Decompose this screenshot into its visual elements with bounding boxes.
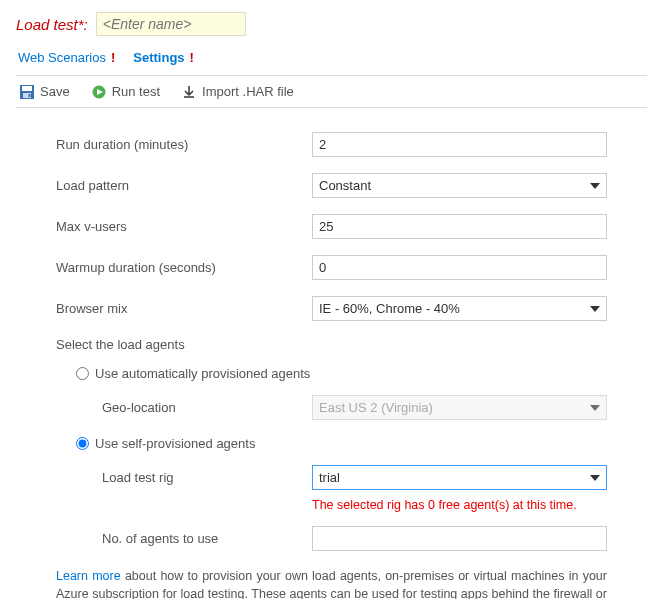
row-load-test-rig: Load test rig trial	[102, 465, 607, 490]
label-num-agents: No. of agents to use	[102, 531, 312, 546]
max-vusers-input[interactable]	[312, 214, 607, 239]
save-button[interactable]: Save	[20, 84, 70, 99]
tab-label: Web Scenarios	[18, 50, 106, 65]
svg-rect-1	[22, 86, 32, 91]
import-label: Import .HAR file	[202, 84, 294, 99]
geo-location-select: East US 2 (Virginia)	[312, 395, 607, 420]
row-run-duration: Run duration (minutes)	[56, 132, 607, 157]
label-run-duration: Run duration (minutes)	[56, 137, 312, 152]
label-warmup: Warmup duration (seconds)	[56, 260, 312, 275]
run-duration-input[interactable]	[312, 132, 607, 157]
tabs: Web Scenarios ! Settings !	[16, 50, 647, 65]
tab-web-scenarios[interactable]: Web Scenarios !	[18, 50, 115, 65]
row-warmup: Warmup duration (seconds)	[56, 255, 607, 280]
tab-settings[interactable]: Settings !	[133, 50, 194, 65]
footer-body: about how to provision your own load age…	[56, 569, 607, 599]
run-label: Run test	[112, 84, 160, 99]
settings-form: Run duration (minutes) Load pattern Cons…	[16, 132, 647, 599]
save-label: Save	[40, 84, 70, 99]
load-test-rig-select[interactable]: trial	[312, 465, 607, 490]
browser-mix-select[interactable]: IE - 60%, Chrome - 40%	[312, 296, 607, 321]
learn-more-link[interactable]: Learn more	[56, 569, 121, 583]
label-rig: Load test rig	[102, 470, 312, 485]
radio-self-agents[interactable]: Use self-provisioned agents	[76, 436, 607, 451]
radio-auto-agents[interactable]: Use automatically provisioned agents	[76, 366, 607, 381]
run-test-button[interactable]: Run test	[92, 84, 160, 99]
svg-rect-3	[29, 94, 31, 97]
download-icon	[182, 85, 196, 99]
error-icon: !	[111, 50, 115, 65]
save-icon	[20, 85, 34, 99]
toolbar: Save Run test Import .HAR file	[16, 75, 647, 108]
row-num-agents: No. of agents to use	[102, 526, 607, 551]
tab-label: Settings	[133, 50, 184, 65]
load-pattern-select[interactable]: Constant	[312, 173, 607, 198]
radio-auto-agents-label: Use automatically provisioned agents	[95, 366, 310, 381]
row-max-vusers: Max v-users	[56, 214, 607, 239]
label-browser-mix: Browser mix	[56, 301, 312, 316]
radio-auto-agents-input[interactable]	[76, 367, 89, 380]
label-geo: Geo-location	[102, 400, 312, 415]
warmup-input[interactable]	[312, 255, 607, 280]
footer-text: Learn more about how to provision your o…	[56, 567, 607, 599]
play-icon	[92, 85, 106, 99]
radio-self-agents-input[interactable]	[76, 437, 89, 450]
label-select-agents: Select the load agents	[56, 337, 607, 352]
title-row: Load test*:	[16, 12, 647, 36]
error-icon: !	[190, 50, 194, 65]
import-har-button[interactable]: Import .HAR file	[182, 84, 294, 99]
page-title: Load test*:	[16, 16, 88, 33]
label-load-pattern: Load pattern	[56, 178, 312, 193]
test-name-input[interactable]	[96, 12, 246, 36]
row-load-pattern: Load pattern Constant	[56, 173, 607, 198]
radio-self-agents-label: Use self-provisioned agents	[95, 436, 255, 451]
rig-warning-text: The selected rig has 0 free agent(s) at …	[312, 498, 607, 512]
row-browser-mix: Browser mix IE - 60%, Chrome - 40%	[56, 296, 607, 321]
num-agents-input[interactable]	[312, 526, 607, 551]
row-geo-location: Geo-location East US 2 (Virginia)	[102, 395, 607, 420]
label-max-vusers: Max v-users	[56, 219, 312, 234]
